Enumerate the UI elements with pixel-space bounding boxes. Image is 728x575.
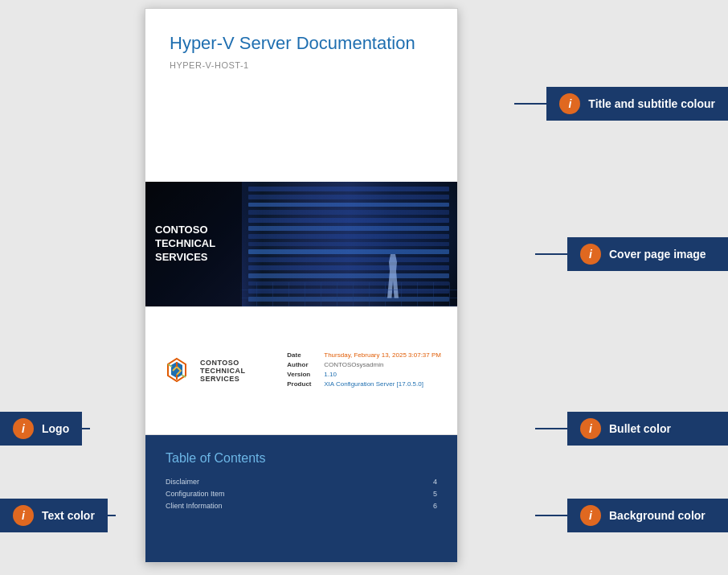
text-colour-annotation-bar[interactable]: i Text color <box>0 499 108 532</box>
date-value: Thursday, February 13, 2025 3:07:37 PM <box>324 351 441 359</box>
logo-annotation-bar[interactable]: i Logo <box>0 412 82 446</box>
bullet-annotation-bar[interactable]: i Bullet color <box>567 412 728 446</box>
logo-company-line2: TECHNICAL <box>200 367 246 375</box>
cover-info-badge[interactable]: i <box>580 244 601 265</box>
ann-logo: i Logo <box>0 412 90 446</box>
title-annotation-label: Title and subtitle colour <box>588 97 715 110</box>
info-row-version: Version 1.10 <box>287 371 441 378</box>
version-label: Version <box>287 371 319 378</box>
product-label: Product <box>287 380 319 388</box>
logo-company-line3: SERVICES <box>200 375 246 383</box>
toc-item-3: Client Information 6 <box>166 502 437 510</box>
doc-main-title: Hyper-V Server Documentation <box>170 33 433 54</box>
document-preview: Hyper-V Server Documentation HYPER-V-HOS… <box>145 8 458 563</box>
contoso-logo <box>162 355 192 386</box>
doc-subtitle: HYPER-V-HOST-1 <box>170 60 433 70</box>
author-value: CONTOSOsysadmin <box>324 361 383 368</box>
ann-bullet-colour: i Bullet color <box>535 412 728 446</box>
text-colour-connector-line <box>108 515 116 516</box>
bullet-connector-line <box>535 428 567 429</box>
cover-annotation-label: Cover page image <box>609 248 706 261</box>
doc-toc-section: Table of Contents Disclaimer 4 Configura… <box>145 435 457 563</box>
cover-annotation-bar[interactable]: i Cover page image <box>567 237 728 271</box>
title-connector-line <box>514 103 546 105</box>
server-rack-visual <box>240 182 457 306</box>
info-table: Date Thursday, February 13, 2025 3:07:37… <box>287 351 441 390</box>
main-container: Hyper-V Server Documentation HYPER-V-HOS… <box>0 0 728 575</box>
cover-company-name: CONTOSO TECHNICAL SERVICES <box>155 224 232 265</box>
toc-item-2: Configuration Item 5 <box>166 490 437 498</box>
doc-title-section: Hyper-V Server Documentation HYPER-V-HOS… <box>145 9 457 182</box>
floor-grid <box>240 282 457 306</box>
product-value: XIA Configuration Server [17.0.5.0] <box>324 380 423 388</box>
text-colour-annotation-label: Text color <box>42 509 95 522</box>
doc-info-section: CONTOSO TECHNICAL SERVICES Date Thursday… <box>145 306 457 435</box>
logo-company-line1: CONTOSO <box>200 359 246 367</box>
logo-connector-line <box>82 428 90 429</box>
title-info-badge[interactable]: i <box>559 93 580 114</box>
logo-info-badge[interactable]: i <box>13 418 34 439</box>
bullet-annotation-label: Bullet color <box>609 422 671 435</box>
logo-area: CONTOSO TECHNICAL SERVICES <box>162 355 287 386</box>
background-annotation-label: Background color <box>609 509 706 522</box>
logo-annotation-label: Logo <box>42 422 69 435</box>
logo-text-block: CONTOSO TECHNICAL SERVICES <box>200 359 246 383</box>
ann-background-colour: i Background color <box>535 499 728 532</box>
text-colour-info-badge[interactable]: i <box>13 505 34 526</box>
cover-overlay: CONTOSO TECHNICAL SERVICES <box>145 182 242 306</box>
doc-cover-image: CONTOSO TECHNICAL SERVICES <box>145 182 457 306</box>
info-row-author: Author CONTOSOsysadmin <box>287 361 441 368</box>
author-label: Author <box>287 361 319 368</box>
background-info-badge[interactable]: i <box>580 505 601 526</box>
version-value: 1.10 <box>324 371 337 378</box>
toc-item-1: Disclaimer 4 <box>166 478 437 486</box>
toc-title: Table of Contents <box>166 451 437 466</box>
ann-title-colour: i Title and subtitle colour <box>514 87 728 121</box>
info-row-product: Product XIA Configuration Server [17.0.5… <box>287 380 441 388</box>
info-row-date: Date Thursday, February 13, 2025 3:07:37… <box>287 351 441 359</box>
bullet-info-badge[interactable]: i <box>580 418 601 439</box>
cover-connector-line <box>535 253 567 255</box>
ann-text-colour: i Text color <box>0 499 116 532</box>
ann-cover-image: i Cover page image <box>535 237 728 271</box>
rack-lines <box>240 182 457 306</box>
title-annotation-bar[interactable]: i Title and subtitle colour <box>546 87 728 121</box>
background-annotation-bar[interactable]: i Background color <box>567 499 728 532</box>
date-label: Date <box>287 351 319 359</box>
background-connector-line <box>535 515 567 516</box>
